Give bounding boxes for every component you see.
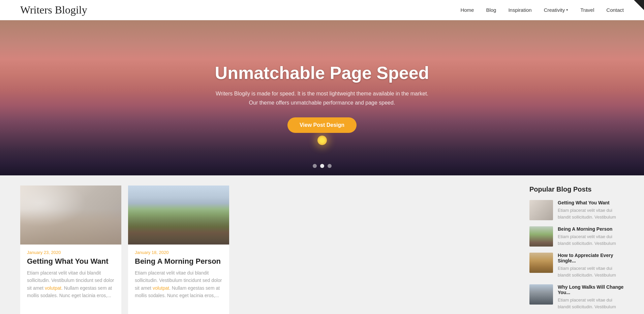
hero-dot-2[interactable] [320, 164, 324, 168]
post-link-2[interactable]: volutpat [153, 285, 169, 291]
sidebar-post-excerpt-2: Etiam placerat velit vitae dui blandit s… [558, 233, 624, 247]
sidebar-post-info-1: Getting What You Want Etiam placerat vel… [558, 200, 624, 220]
nav-item-home[interactable]: Home [460, 7, 474, 13]
sidebar-title: Popular Blog Posts [529, 185, 624, 193]
hero-section: Unmatchable Page Speed Writers Blogily i… [0, 20, 644, 175]
nav-link-inspiration[interactable]: Inspiration [508, 7, 531, 13]
chevron-down-icon: ▾ [566, 8, 568, 12]
post-image-1 [20, 185, 121, 245]
sidebar-post-title-2[interactable]: Being A Morning Person [558, 226, 624, 232]
post-date-2: January 18, 2020 [135, 250, 222, 255]
main-area: January 23, 2020 Getting What You Want E… [0, 175, 644, 314]
post-body-2: January 18, 2020 Being A Morning Person … [128, 245, 229, 306]
hero-content: Unmatchable Page Speed Writers Blogily i… [208, 63, 436, 133]
nav-item-travel[interactable]: Travel [580, 7, 594, 13]
post-card-1: January 23, 2020 Getting What You Want E… [20, 185, 121, 314]
hero-sun [317, 136, 327, 145]
sidebar-post-3: How to Appreciate Every Single... Etiam … [529, 253, 624, 278]
sidebar-thumb-img-4 [529, 284, 553, 305]
sidebar-thumb-3 [529, 253, 553, 273]
post-title-1[interactable]: Getting What You Want [27, 257, 115, 266]
post-link-1[interactable]: volutpat [45, 285, 61, 291]
corner-decoration [634, 0, 644, 10]
sidebar-post-1: Getting What You Want Etiam placerat vel… [529, 200, 624, 220]
posts-grid: January 23, 2020 Getting What You Want E… [20, 185, 516, 314]
nav-item-blog[interactable]: Blog [486, 7, 496, 13]
nav-link-contact[interactable]: Contact [606, 7, 624, 13]
hero-title: Unmatchable Page Speed [215, 63, 429, 83]
sidebar-thumb-img-2 [529, 226, 553, 247]
sidebar-post-title-1[interactable]: Getting What You Want [558, 200, 624, 205]
hero-dot-3[interactable] [328, 164, 332, 168]
sidebar-post-2: Being A Morning Person Etiam placerat ve… [529, 226, 624, 247]
post-image-2 [128, 185, 229, 245]
sidebar-post-4: Why Long Walks Will Change You... Etiam … [529, 284, 624, 310]
post-card-2: January 18, 2020 Being A Morning Person … [128, 185, 229, 314]
post-body-1: January 23, 2020 Getting What You Want E… [20, 245, 121, 306]
sidebar-post-info-2: Being A Morning Person Etiam placerat ve… [558, 226, 624, 247]
hero-dots [313, 164, 332, 168]
sidebar-thumb-2 [529, 226, 553, 247]
sidebar-post-excerpt-1: Etiam placerat velit vitae dui blandit s… [558, 207, 624, 220]
hero-subtitle-line1: Writers Blogily is made for speed. It is… [216, 91, 428, 96]
post-excerpt-2: Etiam placerat velit vitae dui blandit s… [135, 269, 222, 299]
nav-link-travel[interactable]: Travel [580, 7, 594, 13]
header: Writers Blogily Home Blog Inspiration Cr… [0, 0, 644, 20]
sidebar-post-excerpt-4: Etiam placerat velit vitae dui blandit s… [558, 297, 624, 310]
hero-subtitle-line2: Our theme offers unmatchable performance… [249, 100, 395, 106]
sidebar-post-title-3[interactable]: How to Appreciate Every Single... [558, 253, 624, 263]
nav-list: Home Blog Inspiration Creativity ▾ Trave… [460, 7, 624, 13]
sidebar-thumb-img-3 [529, 253, 553, 273]
sidebar-post-excerpt-3: Etiam placerat velit vitae dui blandit s… [558, 265, 624, 278]
hero-dot-1[interactable] [313, 164, 317, 168]
hero-subtitle: Writers Blogily is made for speed. It is… [215, 89, 429, 107]
sidebar-post-info-3: How to Appreciate Every Single... Etiam … [558, 253, 624, 278]
nav-link-home[interactable]: Home [460, 7, 474, 13]
sidebar-post-info-4: Why Long Walks Will Change You... Etiam … [558, 284, 624, 310]
post-excerpt-1: Etiam placerat velit vitae dui blandit s… [27, 269, 115, 299]
site-logo[interactable]: Writers Blogily [20, 4, 87, 16]
sidebar-thumb-4 [529, 284, 553, 305]
post-date-1: January 23, 2020 [27, 250, 115, 255]
nav-item-inspiration[interactable]: Inspiration [508, 7, 531, 13]
sidebar: Popular Blog Posts Getting What You Want… [516, 185, 624, 314]
nav-item-contact[interactable]: Contact [606, 7, 624, 13]
hero-cta-button[interactable]: View Post Design [287, 117, 357, 133]
nav-item-creativity[interactable]: Creativity ▾ [544, 7, 569, 13]
sidebar-post-title-4[interactable]: Why Long Walks Will Change You... [558, 284, 624, 295]
nav-link-creativity[interactable]: Creativity [544, 7, 565, 13]
post-title-2[interactable]: Being A Morning Person [135, 257, 222, 266]
sidebar-thumb-1 [529, 200, 553, 220]
nav-link-blog[interactable]: Blog [486, 7, 496, 13]
main-nav: Home Blog Inspiration Creativity ▾ Trave… [460, 7, 624, 13]
sidebar-thumb-img-1 [529, 200, 553, 220]
